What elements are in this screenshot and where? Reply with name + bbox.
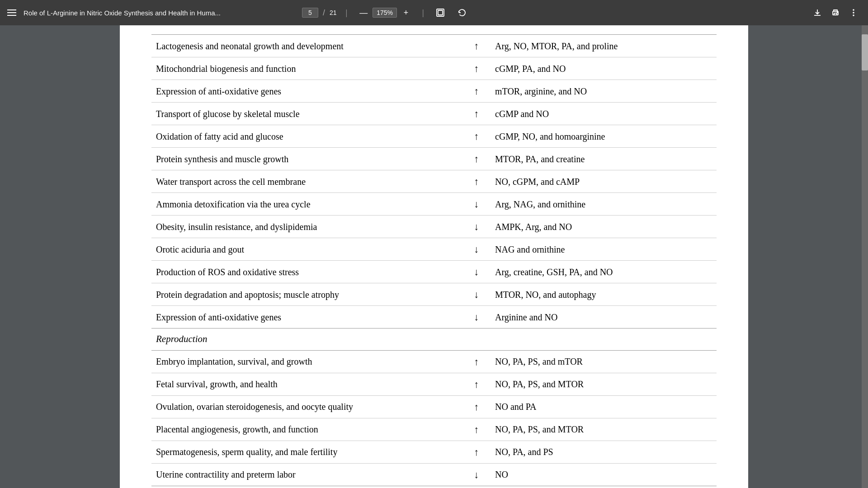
- arrow-cell: ↑: [462, 441, 491, 463]
- svg-point-7: [853, 14, 854, 16]
- continued-label: (continued): [151, 486, 717, 488]
- arrow-cell: ↓: [462, 306, 491, 328]
- mediators-cell: NO, PA, PS, and MTOR: [491, 418, 717, 441]
- table-row: Placental angiogenesis, growth, and func…: [151, 418, 717, 441]
- process-cell: Fetal survival, growth, and health: [151, 373, 462, 395]
- mediators-cell: cGMP, NO, and homoarginine: [491, 125, 717, 148]
- mediators-cell: AMPK, Arg, and NO: [491, 216, 717, 238]
- history-button[interactable]: [455, 5, 469, 20]
- arrow-cell: ↑: [462, 57, 491, 80]
- table-row: Ovulation, ovarian steroidogenesis, and …: [151, 395, 717, 418]
- mediators-cell: NO, cGPM, and cAMP: [491, 170, 717, 193]
- svg-point-5: [853, 9, 854, 11]
- menu-icon[interactable]: [7, 9, 16, 16]
- arrow-cell: ↑: [462, 125, 491, 148]
- arrow-cell: ↑: [462, 418, 491, 441]
- table-row: Embryo implantation, survival, and growt…: [151, 350, 717, 373]
- svg-point-4: [837, 12, 838, 13]
- table-row: Ammonia detoxification via the urea cycl…: [151, 193, 717, 216]
- table-row: Lactogenesis and neonatal growth and dev…: [151, 35, 717, 57]
- zoom-value[interactable]: 175%: [373, 8, 397, 18]
- page-number-input[interactable]: [302, 8, 318, 18]
- content-table: Lactogenesis and neonatal growth and dev…: [151, 34, 717, 488]
- arrow-cell: ↓: [462, 283, 491, 306]
- table-row: Expression of anti-oxidative genes ↑ mTO…: [151, 80, 717, 103]
- continued-row: (continued): [151, 486, 717, 488]
- svg-rect-1: [438, 10, 443, 15]
- mediators-cell: Arginine and NO: [491, 306, 717, 328]
- process-cell: Obesity, insulin resistance, and dyslipi…: [151, 216, 462, 238]
- table-row: Transport of glucose by skeletal muscle …: [151, 103, 717, 125]
- table-row: Spermatogenesis, sperm quality, and male…: [151, 441, 717, 463]
- mediators-cell: Arg, NO, MTOR, PA, and proline: [491, 35, 717, 57]
- arrow-cell: ↑: [462, 103, 491, 125]
- table-row: Protein synthesis and muscle growth ↑ MT…: [151, 148, 717, 170]
- mediators-cell: MTOR, PA, and creatine: [491, 148, 717, 170]
- arrow-cell: ↓: [462, 463, 491, 486]
- mediators-cell: NO: [491, 463, 717, 486]
- document-area: Lactogenesis and neonatal growth and dev…: [0, 25, 868, 488]
- process-cell: Expression of anti-oxidative genes: [151, 306, 462, 328]
- process-cell: Oxidation of fatty acid and glucose: [151, 125, 462, 148]
- toolbar: Role of L-Arginine in Nitric Oxide Synth…: [0, 0, 868, 25]
- table-row: Obesity, insulin resistance, and dyslipi…: [151, 216, 717, 238]
- process-cell: Ovulation, ovarian steroidogenesis, and …: [151, 395, 462, 418]
- toolbar-right-actions: [810, 5, 861, 20]
- table-row: Water transport across the cell membrane…: [151, 170, 717, 193]
- mediators-cell: Arg, NAG, and ornithine: [491, 193, 717, 216]
- process-cell: Spermatogenesis, sperm quality, and male…: [151, 441, 462, 463]
- fit-page-button[interactable]: [433, 5, 448, 20]
- page-navigation: / 21: [302, 8, 337, 18]
- process-cell: Protein synthesis and muscle growth: [151, 148, 462, 170]
- zoom-controls: — 175% +: [356, 5, 413, 20]
- mediators-cell: cGMP, PA, and NO: [491, 57, 717, 80]
- arrow-cell: ↓: [462, 216, 491, 238]
- process-cell: Embryo implantation, survival, and growt…: [151, 350, 462, 373]
- mediators-cell: Arg, creatine, GSH, PA, and NO: [491, 261, 717, 283]
- nav-sep: |: [346, 8, 348, 18]
- arrow-cell: ↓: [462, 238, 491, 261]
- table-row: Oxidation of fatty acid and glucose ↑ cG…: [151, 125, 717, 148]
- page-total: 21: [330, 9, 337, 16]
- process-cell: Expression of anti-oxidative genes: [151, 80, 462, 103]
- arrow-cell: ↑: [462, 350, 491, 373]
- process-cell: Production of ROS and oxidative stress: [151, 261, 462, 283]
- process-cell: Protein degradation and apoptosis; muscl…: [151, 283, 462, 306]
- document-page: Lactogenesis and neonatal growth and dev…: [120, 25, 748, 488]
- process-cell: Placental angiogenesis, growth, and func…: [151, 418, 462, 441]
- scrollbar-track[interactable]: [862, 25, 868, 488]
- page-sep: /: [323, 8, 325, 18]
- mediators-cell: mTOR, arginine, and NO: [491, 80, 717, 103]
- arrow-cell: ↑: [462, 35, 491, 57]
- scrollbar-thumb[interactable]: [862, 34, 868, 70]
- svg-point-6: [853, 12, 854, 14]
- process-cell: Orotic aciduria and gout: [151, 238, 462, 261]
- zoom-in-button[interactable]: +: [399, 5, 413, 20]
- mediators-cell: cGMP and NO: [491, 103, 717, 125]
- process-cell: Ammonia detoxification via the urea cycl…: [151, 193, 462, 216]
- process-cell: Mitochondrial biogenesis and function: [151, 57, 462, 80]
- mediators-cell: NO and PA: [491, 395, 717, 418]
- process-cell: Lactogenesis and neonatal growth and dev…: [151, 35, 462, 57]
- arrow-cell: ↓: [462, 261, 491, 283]
- print-button[interactable]: [828, 5, 843, 20]
- mediators-cell: NO, PA, and PS: [491, 441, 717, 463]
- table-row: Expression of anti-oxidative genes ↓ Arg…: [151, 306, 717, 328]
- more-options-button[interactable]: [846, 5, 861, 20]
- table-row: Orotic aciduria and gout ↓ NAG and ornit…: [151, 238, 717, 261]
- zoom-out-button[interactable]: —: [356, 5, 371, 20]
- section-label: Reproduction: [151, 328, 717, 351]
- table-row: Mitochondrial biogenesis and function ↑ …: [151, 57, 717, 80]
- download-button[interactable]: [810, 5, 825, 20]
- table-row: Fetal survival, growth, and health ↑ NO,…: [151, 373, 717, 395]
- document-title: Role of L-Arginine in Nitric Oxide Synth…: [24, 9, 295, 17]
- mediators-cell: NO, PA, PS, and mTOR: [491, 350, 717, 373]
- arrow-cell: ↑: [462, 148, 491, 170]
- zoom-sep: |: [422, 8, 424, 18]
- table-row: Protein degradation and apoptosis; muscl…: [151, 283, 717, 306]
- process-cell: Transport of glucose by skeletal muscle: [151, 103, 462, 125]
- arrow-cell: ↑: [462, 395, 491, 418]
- process-cell: Uterine contractility and preterm labor: [151, 463, 462, 486]
- table-row: Production of ROS and oxidative stress ↓…: [151, 261, 717, 283]
- svg-rect-3: [834, 13, 837, 15]
